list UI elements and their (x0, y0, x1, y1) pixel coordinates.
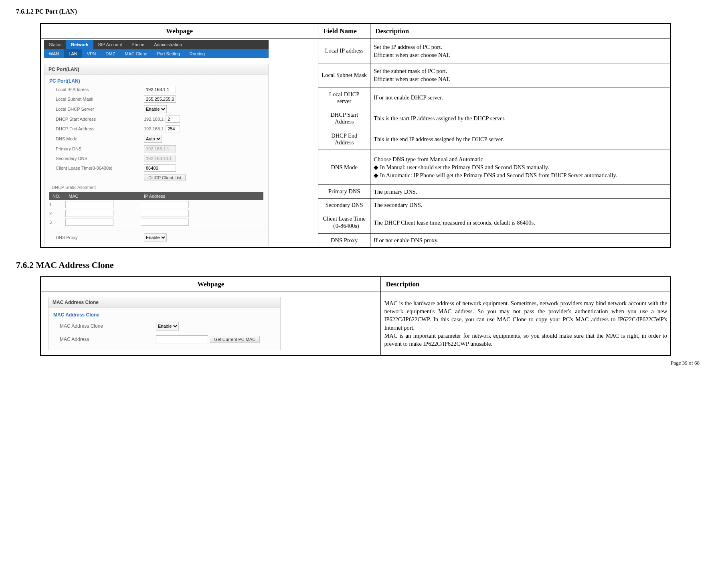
desc-mac: MAC is the hardware address of network e… (381, 292, 671, 356)
allot-ip-2[interactable] (141, 210, 189, 217)
tab-status[interactable]: Status (44, 40, 66, 49)
input-lease[interactable] (144, 164, 176, 172)
tab-admin[interactable]: Administration (149, 40, 187, 49)
panel-head: PC Port(LAN) (44, 64, 268, 75)
lbl-clone: MAC Address Clone (60, 323, 156, 329)
panel2-head: MAC Address Clone (49, 297, 280, 308)
desc-9: If or not enable DNS proxy. (370, 234, 671, 247)
th-desc: Description (370, 24, 671, 39)
input-dhcp-end[interactable] (166, 125, 180, 132)
subtab-lan[interactable]: LAN (64, 49, 82, 58)
lbl-dns-mode: DNS Mode (56, 136, 144, 141)
subtab-routing[interactable]: Routing (185, 49, 210, 58)
mac-clone-table: Webpage Description MAC Address Clone MA… (40, 276, 671, 356)
tab-sip[interactable]: SIP Account (93, 40, 127, 49)
lbl-subnet: Local Subnet Mask (56, 97, 144, 101)
page-footer: Page 39 of 68 (16, 360, 702, 366)
screenshot-cell-2: MAC Address Clone MAC Address Clone MAC … (40, 292, 381, 356)
subtab-dmz[interactable]: DMZ (101, 49, 120, 58)
select-dns-proxy[interactable]: Enable (144, 233, 167, 241)
section-title-2: 7.6.2 MAC Address Clone (16, 260, 702, 270)
pc-port-table: Webpage Field Name Description Status Ne… (40, 23, 671, 248)
desc-5: Choose DNS type from Manual and Automati… (370, 150, 671, 185)
panel2-sub: MAC Address Clone (49, 308, 280, 319)
subtab-macclone[interactable]: MAC Clone (120, 49, 152, 58)
subtab-port[interactable]: Port Setting (152, 49, 184, 58)
lbl-dhcp-start: DHCP Start Address (56, 117, 144, 122)
input-local-ip[interactable] (144, 86, 176, 93)
field-2: Local DHCP server (318, 87, 370, 108)
allot-mac-3[interactable] (65, 219, 113, 226)
allot-row: 3 (44, 218, 268, 227)
input-sec-dns[interactable] (144, 155, 176, 162)
input-mac[interactable] (156, 335, 208, 343)
ui-mac-clone: MAC Address Clone MAC Address Clone MAC … (48, 297, 281, 350)
allot-row: 2 (44, 209, 268, 218)
select-dhcp-server[interactable]: Enable (144, 105, 167, 113)
subtab-vpn[interactable]: VPN (82, 49, 101, 58)
input-pri-dns[interactable] (144, 145, 176, 152)
desc-2: If or not enable DHCP server. (370, 87, 671, 108)
lbl-local-ip: Local IP Address (56, 87, 144, 92)
field-7: Secondary DNS (318, 198, 370, 212)
input-subnet[interactable] (144, 95, 176, 103)
desc-3: This is the start IP address assigned by… (370, 108, 671, 129)
allot-ip-1[interactable] (141, 201, 189, 208)
allot-head: NO. MAC IP Address (49, 192, 263, 200)
allot-head-ip: IP Address (141, 192, 168, 200)
field-6: Primary DNS (318, 185, 370, 199)
allot-row: 1 (44, 200, 268, 209)
allot-title: DHCP Static Allotment (44, 182, 268, 191)
tab-network[interactable]: Network (66, 40, 93, 49)
th2-desc: Description (381, 277, 671, 292)
allot-num-3: 3 (49, 220, 65, 225)
lbl-dhcp-end: DHCP End Address (56, 126, 144, 131)
field-9: DNS Proxy (318, 234, 370, 247)
dhcp-prefix-2: 192.168.1. (144, 126, 165, 131)
desc-4: This is the end IP address assigned by t… (370, 129, 671, 150)
th-field: Field Name (318, 24, 370, 39)
lbl-dhcp-server: Local DHCP Server (56, 107, 144, 112)
sub-tabs: WAN LAN VPN DMZ MAC Clone Port Setting R… (44, 49, 269, 58)
section-title-1: 7.6.1.2 PC Port (LAN) (16, 8, 702, 15)
desc-0: Set the IP address of PC port. Efficient… (370, 39, 671, 63)
ui-pc-port: Status Network SIP Account Phone Adminis… (44, 40, 269, 246)
lbl-dns-proxy: DNS Proxy (56, 235, 144, 240)
allot-mac-1[interactable] (65, 201, 113, 208)
field-5: DNS Mode (318, 150, 370, 185)
field-3: DHCP Start Address (318, 108, 370, 129)
screenshot-cell-1: Status Network SIP Account Phone Adminis… (40, 39, 318, 248)
tab-phone[interactable]: Phone (127, 40, 149, 49)
pc-port-panel: PC Port(LAN) PC Port(LAN) Local IP Addre… (44, 64, 269, 246)
field-0: Local IP address (318, 39, 370, 63)
field-4: DHCP End Address (318, 129, 370, 150)
select-dns-mode[interactable]: Auto (144, 135, 162, 143)
btn-dhcp-client-list[interactable]: DHCP Client List (144, 174, 186, 181)
allot-mac-2[interactable] (65, 210, 113, 217)
desc-8: The DHCP Client lease time, measured in … (370, 212, 671, 234)
desc-7: The secondary DNS. (370, 198, 671, 212)
lbl-lease: Client Lease Time(0-86400s) (56, 166, 144, 170)
field-1: Local Subnet Mask (318, 63, 370, 87)
allot-head-mac: MAC (65, 192, 141, 200)
subtab-wan[interactable]: WAN (44, 49, 64, 58)
panel-sub: PC Port(LAN) (44, 75, 268, 85)
lbl-sec-dns: Secondary DNS (56, 156, 144, 161)
select-clone[interactable]: Enable (156, 322, 179, 330)
th-webpage: Webpage (40, 24, 318, 39)
allot-ip-3[interactable] (141, 219, 189, 226)
top-tabs: Status Network SIP Account Phone Adminis… (44, 40, 269, 49)
allot-head-no: NO. (49, 192, 65, 200)
desc-1: Set the subnet mask of PC port. Efficien… (370, 63, 671, 87)
th2-webpage: Webpage (40, 277, 381, 292)
dhcp-prefix-1: 192.168.1. (144, 117, 165, 122)
allot-num-2: 2 (49, 211, 65, 216)
lbl-pri-dns: Primary DNS (56, 146, 144, 151)
lbl-mac: MAC Address (60, 337, 156, 342)
field-8: Client Lease Time（0-86400s) (318, 212, 370, 234)
input-dhcp-start[interactable] (166, 116, 180, 123)
desc-6: The primary DNS. (370, 185, 671, 199)
allot-num-1: 1 (49, 202, 65, 207)
btn-get-mac[interactable]: Get Current PC MAC (210, 336, 260, 343)
